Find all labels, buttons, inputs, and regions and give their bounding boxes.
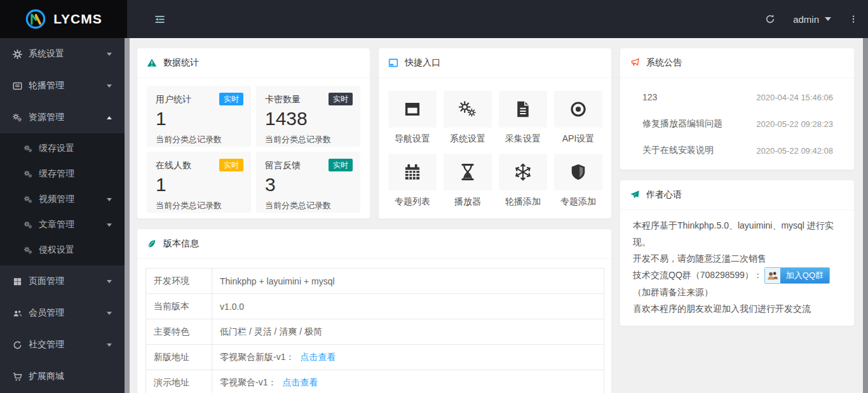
- stat-box-cards: 卡密数量 实时 1438 当前分类总记录数: [256, 86, 360, 147]
- quick-entry-topic-list[interactable]: 专题列表: [388, 154, 437, 208]
- paper-plane-icon: [630, 190, 640, 200]
- grid-icon: [13, 277, 22, 286]
- sidebar-item-infringement[interactable]: 侵权设置: [0, 237, 125, 263]
- author-message-card: 作者心语 本程序基于Thinkphp.5.0、layuimini、mysql 进…: [620, 180, 855, 326]
- leaf-icon: [147, 239, 157, 249]
- quick-entry-system-settings[interactable]: 系统设置: [444, 91, 492, 145]
- sidebar-scrollbar[interactable]: [125, 38, 130, 393]
- shield-icon: [554, 154, 602, 190]
- announcement-title: 修复播放器编辑问题: [642, 118, 722, 130]
- list-item[interactable]: 123 2020-04-24 15:46:06: [620, 84, 854, 110]
- refresh-icon[interactable]: [765, 14, 775, 24]
- sidebar-item-cache-settings[interactable]: 缓存设置: [0, 136, 125, 161]
- table-row: 主要特色 低门栏 / 灵活 / 清爽 / 极简: [146, 319, 604, 345]
- quick-entry-api-settings[interactable]: API设置: [554, 91, 602, 145]
- caret-down-icon: [825, 17, 831, 21]
- sidebar-item-label: 社交管理: [29, 339, 64, 350]
- sidebar-item-system-settings[interactable]: 系统设置: [0, 38, 125, 70]
- cogs-icon: [24, 170, 32, 178]
- hourglass-icon: [444, 154, 492, 190]
- version-row-label: 主要特色: [146, 319, 212, 345]
- list-item[interactable]: 修复播放器编辑问题 2020-05-22 09:28:23: [620, 110, 854, 137]
- card-header: 数据统计: [137, 48, 370, 78]
- version-row-value: 零视聚合新版-v1：点击查看: [212, 345, 604, 370]
- author-message-body: 本程序基于Thinkphp.5.0、layuimini、mysql 进行实现。 …: [620, 210, 854, 317]
- page-scrollbar[interactable]: [863, 38, 868, 393]
- users-icon: [13, 309, 22, 318]
- stat-desc: 当前分类总记录数: [156, 200, 242, 211]
- list-item[interactable]: 关于在线安装说明 2020-05-22 09:42:08: [620, 137, 854, 164]
- sidebar-item-member-manage[interactable]: 会员管理: [0, 297, 125, 329]
- version-info-card: 版本信息 开发环境 Thinkphp + layuimini + mysql 当…: [137, 229, 612, 393]
- chevron-down-icon: [107, 223, 112, 227]
- version-row-value: v1.0.0: [212, 294, 604, 319]
- sidebar-item-label: 侵权设置: [39, 244, 74, 256]
- announcement-time: 2020-05-22 09:28:23: [756, 119, 833, 129]
- version-row-value: Thinkphp + layuimini + mysql: [212, 269, 604, 294]
- sidebar-item-label: 缓存管理: [39, 168, 74, 180]
- sidebar-item-social-manage[interactable]: 社交管理: [0, 329, 125, 361]
- app-logo: LYCMS: [0, 0, 127, 38]
- card-header: 作者心语: [620, 180, 854, 210]
- chevron-down-icon: [107, 84, 112, 88]
- top-header-bar: LYCMS admin: [0, 0, 868, 38]
- stat-value: 1: [156, 175, 242, 195]
- quick-entry-topic-add[interactable]: 专题添加: [554, 154, 602, 208]
- sidebar-item-extension-store[interactable]: 扩展商城: [0, 361, 125, 392]
- sidebar-item-resources[interactable]: 资源管理: [0, 102, 125, 133]
- author-paragraph: 开发不易，请勿随意泛滥二次销售: [633, 250, 841, 267]
- cogs-icon: [444, 91, 492, 128]
- sidebar-item-label: 扩展商城: [29, 371, 64, 382]
- sidebar-submenu-resources: 缓存设置 缓存管理 视频管理 文章管理 侵权设置: [0, 133, 125, 265]
- stat-value: 1: [156, 109, 242, 129]
- author-qq-line: 技术交流QQ群（708298599）：加入QQ群（加群请备注来源）: [633, 267, 841, 300]
- chevron-down-icon: [107, 53, 112, 56]
- view-link[interactable]: 点击查看: [282, 377, 318, 387]
- sidebar-item-video-manage[interactable]: 视频管理: [0, 187, 125, 212]
- quick-entry-player[interactable]: 播放器: [444, 154, 492, 208]
- version-row-label: 演示地址: [146, 370, 212, 393]
- join-qq-button[interactable]: 加入QQ群: [764, 267, 830, 284]
- sidebar-item-label: 文章管理: [39, 219, 74, 230]
- sidebar-item-label: 轮播管理: [29, 80, 64, 91]
- collapse-sidebar-icon[interactable]: [154, 14, 165, 25]
- sidebar: 系统设置 轮播管理 资源管理 缓存设置 缓存管理 视频管理 文章管理: [0, 38, 125, 393]
- warning-triangle-icon: [147, 58, 157, 68]
- kebab-menu-icon[interactable]: [849, 14, 858, 24]
- stat-value: 3: [265, 175, 351, 195]
- sidebar-item-carousel[interactable]: 轮播管理: [0, 70, 125, 102]
- realtime-badge: 实时: [219, 93, 243, 105]
- announcement-time: 2020-04-24 15:46:06: [756, 93, 833, 102]
- card-header: 系统公告: [620, 48, 854, 78]
- chevron-down-icon: [107, 280, 112, 283]
- announcement-title: 123: [642, 92, 657, 102]
- cart-icon: [13, 372, 22, 382]
- sidebar-item-article-manage[interactable]: 文章管理: [0, 212, 125, 237]
- quick-entry-collect-settings[interactable]: 采集设置: [499, 91, 547, 145]
- announcement-list: 123 2020-04-24 15:46:06 修复播放器编辑问题 2020-0…: [620, 78, 854, 164]
- author-paragraph: 喜欢本程序的朋友欢迎加入我们进行开发交流: [633, 300, 841, 317]
- cogs-icon: [24, 196, 32, 204]
- user-menu[interactable]: admin: [793, 14, 831, 25]
- panel-icon: [388, 58, 398, 68]
- stat-desc: 当前分类总记录数: [265, 200, 351, 211]
- version-row-label: 当前版本: [146, 294, 212, 319]
- quick-entry-card: 快捷入口 导航设置 系统设置 采集设置: [378, 48, 612, 219]
- sidebar-item-page-manage[interactable]: 页面管理: [0, 265, 125, 297]
- quick-entry-carousel-add[interactable]: 轮播添加: [499, 154, 547, 208]
- stat-box-users: 用户统计 实时 1 当前分类总记录数: [147, 86, 251, 147]
- calendar-icon: [388, 154, 437, 190]
- gear-icon: [13, 50, 22, 59]
- table-row: 当前版本 v1.0.0: [146, 294, 604, 319]
- announcement-title: 关于在线安装说明: [642, 145, 714, 156]
- realtime-badge: 实时: [329, 93, 353, 105]
- sidebar-item-cache-manage[interactable]: 缓存管理: [0, 161, 125, 187]
- stats-grid: 用户统计 实时 1 当前分类总记录数 卡密数量 实时 1438 当前分类总记录数: [137, 78, 370, 220]
- stat-box-feedback: 留言反馈 实时 3 当前分类总记录数: [256, 152, 360, 213]
- quick-entry-nav-settings[interactable]: 导航设置: [388, 91, 437, 145]
- card-title: 快捷入口: [405, 57, 440, 69]
- sidebar-item-label: 视频管理: [39, 194, 74, 205]
- table-row: 新版地址 零视聚合新版-v1：点击查看: [146, 345, 604, 370]
- view-link[interactable]: 点击查看: [300, 352, 336, 362]
- quick-entry-grid: 导航设置 系统设置 采集设置 API设置: [379, 78, 611, 208]
